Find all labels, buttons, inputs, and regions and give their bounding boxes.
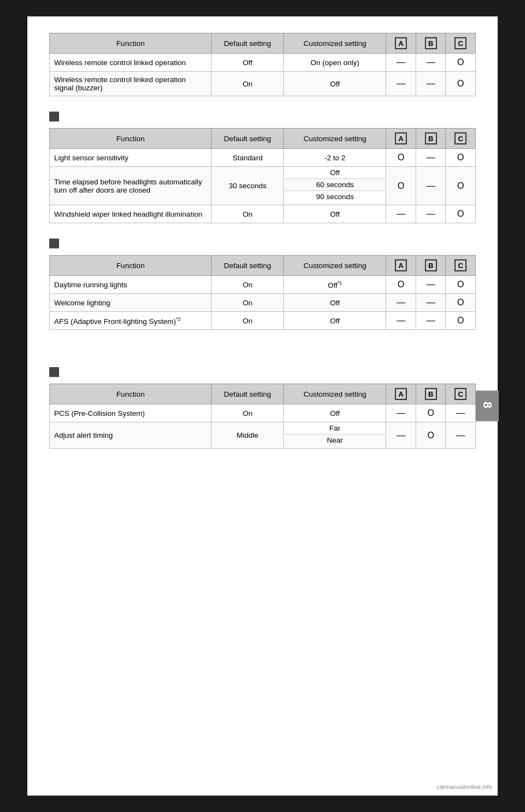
cell-b: — <box>416 149 446 167</box>
th-function-1: Function <box>50 33 212 54</box>
sub-row: Off <box>284 167 386 179</box>
cell-b: — <box>416 294 446 312</box>
cell-c: O <box>446 276 476 294</box>
th-default-4: Default setting <box>212 384 284 404</box>
sub-cell: 60 seconds <box>284 179 386 191</box>
cell-a: O <box>386 167 416 205</box>
cell-default: On <box>212 404 284 422</box>
sub-cell: Far <box>284 422 386 434</box>
cell-c: O <box>446 167 476 205</box>
th-default-1: Default setting <box>212 33 284 54</box>
th-b-1: B <box>416 33 446 54</box>
cell-customized-sub: Far Near <box>284 422 386 449</box>
cell-default: Middle <box>212 422 284 449</box>
cell-customized: On (open only) <box>284 54 386 72</box>
table-daytime: Function Default setting Customized sett… <box>49 255 476 330</box>
cell-customized: -2 to 2 <box>284 149 386 167</box>
sub-row: Far <box>284 422 386 434</box>
cell-c: O <box>446 312 476 330</box>
cell-c: O <box>446 72 476 96</box>
th-a-1: A <box>386 33 416 54</box>
cell-c: — <box>446 404 476 422</box>
page: Function Default setting Customized sett… <box>27 16 498 796</box>
table-row: Windshield wiper linked headlight illumi… <box>50 205 476 223</box>
th-function-4: Function <box>50 384 212 404</box>
th-customized-2: Customized setting <box>284 129 386 149</box>
cell-b: — <box>416 312 446 330</box>
cell-a: — <box>386 404 416 422</box>
cell-customized: Off <box>284 294 386 312</box>
badge-b-4: B <box>425 388 437 400</box>
cell-b: — <box>416 54 446 72</box>
badge-a-1: A <box>395 37 407 49</box>
cell-default: On <box>212 276 284 294</box>
section-1: Function Default setting Customized sett… <box>49 33 476 96</box>
cell-default: 30 seconds <box>212 167 284 205</box>
cell-b: — <box>416 205 446 223</box>
cell-b: O <box>416 404 446 422</box>
cell-function: PCS (Pre-Collision System) <box>50 404 212 422</box>
badge-a-3: A <box>395 259 407 271</box>
cell-c: — <box>446 422 476 449</box>
sub-cell: Near <box>284 434 386 446</box>
table-row: Welcome lighting On Off — — O <box>50 294 476 312</box>
th-c-4: C <box>446 384 476 404</box>
th-customized-3: Customized setting <box>284 256 386 276</box>
sub-table-pcs: Far Near <box>284 422 386 446</box>
watermark: carmanualonline.info <box>436 784 492 790</box>
th-b-2: B <box>416 129 446 149</box>
cell-c: O <box>446 149 476 167</box>
cell-customized-sub: Off 60 seconds 90 seconds <box>284 167 386 205</box>
cell-function: Time elapsed before headlights automatic… <box>50 167 212 205</box>
cell-a: — <box>386 312 416 330</box>
sub-cell: 90 seconds <box>284 191 386 203</box>
section-marker-2 <box>49 112 59 121</box>
th-function-2: Function <box>50 129 212 149</box>
cell-function: Light sensor sensitivity <box>50 149 212 167</box>
sub-cell: Off <box>284 167 386 179</box>
sub-table-headlights: Off 60 seconds 90 seconds <box>284 167 386 202</box>
cell-customized: Off <box>284 205 386 223</box>
cell-c: O <box>446 54 476 72</box>
table-row: Light sensor sensitivity Standard -2 to … <box>50 149 476 167</box>
cell-b: — <box>416 167 446 205</box>
cell-function: Wireless remote control linked operation <box>50 54 212 72</box>
th-customized-4: Customized setting <box>284 384 386 404</box>
badge-c-4: C <box>454 388 466 400</box>
cell-b: O <box>416 422 446 449</box>
cell-a: O <box>386 276 416 294</box>
cell-function: AFS (Adaptive Front-lighting System)*2 <box>50 312 212 330</box>
cell-function: Daytime running lights <box>50 276 212 294</box>
badge-a-4: A <box>395 388 407 400</box>
th-function-3: Function <box>50 256 212 276</box>
cell-default: On <box>212 312 284 330</box>
th-c-2: C <box>446 129 476 149</box>
cell-c: O <box>446 205 476 223</box>
cell-function: Welcome lighting <box>50 294 212 312</box>
sub-row: Near <box>284 434 386 446</box>
badge-b-3: B <box>425 259 437 271</box>
th-a-3: A <box>386 256 416 276</box>
cell-function: Wireless remote control linked operation… <box>50 72 212 96</box>
cell-b: — <box>416 72 446 96</box>
cell-customized: Off*1 <box>284 276 386 294</box>
section-4: Function Default setting Customized sett… <box>49 367 476 449</box>
th-c-1: C <box>446 33 476 54</box>
section-marker-3 <box>49 239 59 248</box>
cell-b: — <box>416 276 446 294</box>
cell-a: — <box>386 422 416 449</box>
table-pcs: Function Default setting Customized sett… <box>49 384 476 449</box>
section-2: Function Default setting Customized sett… <box>49 112 476 223</box>
th-c-3: C <box>446 256 476 276</box>
cell-default: Off <box>212 54 284 72</box>
cell-default: On <box>212 294 284 312</box>
th-a-4: A <box>386 384 416 404</box>
badge-b-2: B <box>425 132 437 144</box>
table-wireless: Function Default setting Customized sett… <box>49 33 476 96</box>
sub-row: 60 seconds <box>284 179 386 191</box>
th-customized-1: Customized setting <box>284 33 386 54</box>
table-headlights: Function Default setting Customized sett… <box>49 128 476 223</box>
cell-a: — <box>386 72 416 96</box>
cell-default: Standard <box>212 149 284 167</box>
superscript: *2 <box>176 316 181 322</box>
